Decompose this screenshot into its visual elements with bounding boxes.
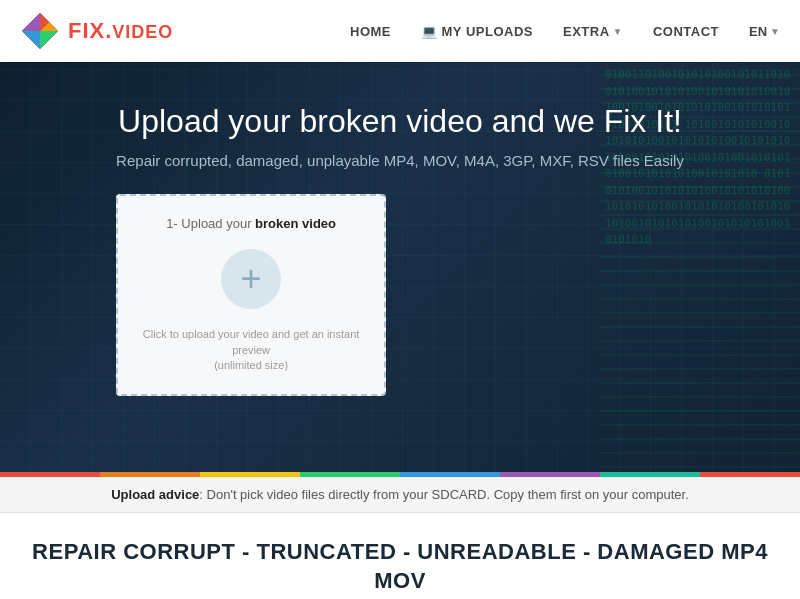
upload-box-title: 1- Upload your broken video — [133, 216, 369, 231]
svg-marker-4 — [22, 31, 40, 49]
color-seg-5 — [400, 472, 500, 477]
advice-label: Upload advice — [111, 487, 199, 502]
color-bar — [0, 472, 800, 477]
logo-icon — [20, 11, 60, 51]
lang-chevron-icon: ▼ — [770, 26, 780, 37]
navbar: FIX.VIDEO HOME 💻MY UPLOADS EXTRA ▼ CONTA… — [0, 0, 800, 62]
chevron-down-icon: ▼ — [613, 26, 623, 37]
upload-hint: Click to upload your video and get an in… — [133, 327, 369, 373]
bottom-content: REPAIR CORRUPT - TRUNCATED - UNREADABLE … — [0, 513, 800, 599]
color-seg-1 — [0, 472, 100, 477]
bottom-title: REPAIR CORRUPT - TRUNCATED - UNREADABLE … — [30, 538, 770, 599]
nav-item-extra[interactable]: EXTRA ▼ — [563, 24, 623, 39]
advice-strip: Upload advice: Don't pick video files di… — [0, 477, 800, 513]
monitor-icon: 💻 — [421, 24, 438, 39]
color-seg-3 — [200, 472, 300, 477]
color-seg-4 — [300, 472, 400, 477]
lang-selector[interactable]: EN ▼ — [749, 24, 780, 39]
nav-item-contact[interactable]: CONTACT — [653, 22, 719, 40]
hero-content: Upload your broken video and we Fix It! … — [116, 102, 684, 396]
hero-title: Upload your broken video and we Fix It! — [116, 102, 684, 140]
hero-subtitle: Repair corrupted, damaged, unplayable MP… — [116, 152, 684, 169]
hero-section: 0100110100101010100101011010010100101010… — [0, 62, 800, 472]
svg-marker-3 — [40, 31, 58, 49]
nav-links: HOME 💻MY UPLOADS EXTRA ▼ CONTACT EN ▼ — [350, 22, 780, 40]
nav-item-uploads[interactable]: 💻MY UPLOADS — [421, 22, 533, 40]
upload-plus-icon: + — [221, 249, 281, 309]
svg-marker-5 — [22, 13, 40, 31]
advice-text: : Don't pick video files directly from y… — [199, 487, 688, 502]
logo[interactable]: FIX.VIDEO — [20, 11, 173, 51]
color-seg-7 — [600, 472, 700, 477]
nav-item-home[interactable]: HOME — [350, 22, 391, 40]
logo-text: FIX.VIDEO — [68, 18, 173, 44]
color-seg-6 — [500, 472, 600, 477]
color-seg-8 — [700, 472, 800, 477]
color-seg-2 — [100, 472, 200, 477]
upload-box[interactable]: 1- Upload your broken video + Click to u… — [116, 194, 386, 395]
